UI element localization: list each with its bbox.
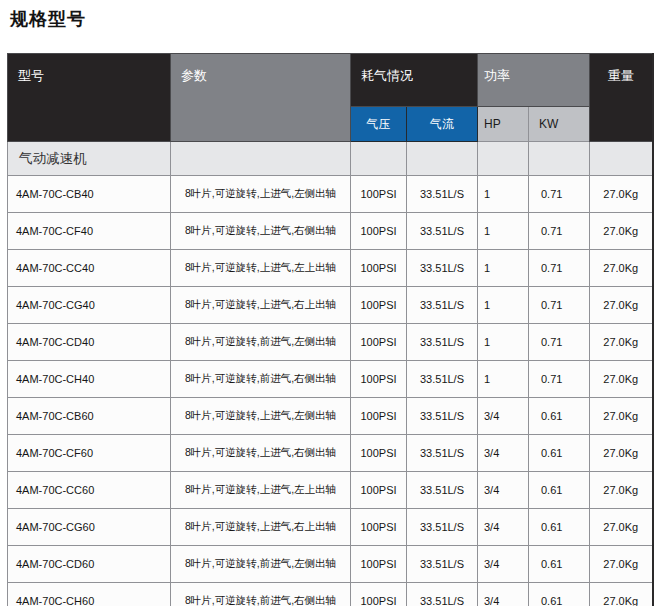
table-row: 4AM-70C-CB608叶片,可逆旋转,上进气,左侧出轴100PSI33.51…	[8, 398, 653, 435]
table-row: 4AM-70C-CB408叶片,可逆旋转,上进气,左侧出轴100PSI33.51…	[8, 176, 653, 213]
table-row: 4AM-70C-CG608叶片,可逆旋转,上进气,右上出轴100PSI33.51…	[8, 509, 653, 546]
params-cell: 8叶片,可逆旋转,前进气,右侧出轴	[171, 361, 351, 398]
params-cell: 8叶片,可逆旋转,前进气,左侧出轴	[171, 546, 351, 583]
weight-cell: 27.0Kg	[590, 287, 653, 324]
weight-cell: 27.0Kg	[590, 435, 653, 472]
category-empty-cell	[171, 142, 351, 176]
table-row: 4AM-70C-CD608叶片,可逆旋转,前进气,左侧出轴100PSI33.51…	[8, 546, 653, 583]
model-cell: 4AM-70C-CH40	[8, 361, 171, 398]
category-empty-cell	[478, 142, 529, 176]
air-pressure-cell: 100PSI	[351, 324, 407, 361]
model-cell: 4AM-70C-CC40	[8, 250, 171, 287]
air-pressure-cell: 100PSI	[351, 546, 407, 583]
kw-cell: 0.71	[529, 324, 590, 361]
category-row: 气动减速机	[8, 142, 653, 176]
hp-cell: 3/4	[478, 509, 529, 546]
header-weight: 重量	[590, 54, 653, 142]
air-pressure-cell: 100PSI	[351, 213, 407, 250]
air-pressure-cell: 100PSI	[351, 250, 407, 287]
category-empty-cell	[529, 142, 590, 176]
kw-cell: 0.61	[529, 435, 590, 472]
model-cell: 4AM-70C-CC60	[8, 472, 171, 509]
table-row: 4AM-70C-CD408叶片,可逆旋转,前进气,左侧出轴100PSI33.51…	[8, 324, 653, 361]
params-cell: 8叶片,可逆旋转,上进气,左上出轴	[171, 250, 351, 287]
params-cell: 8叶片,可逆旋转,上进气,右上出轴	[171, 509, 351, 546]
params-cell: 8叶片,可逆旋转,上进气,左上出轴	[171, 472, 351, 509]
air-flow-cell: 33.51L/S	[407, 435, 478, 472]
kw-cell: 0.61	[529, 509, 590, 546]
table-row: 4AM-70C-CF408叶片,可逆旋转,上进气,右侧出轴100PSI33.51…	[8, 213, 653, 250]
hp-cell: 3/4	[478, 398, 529, 435]
kw-cell: 0.61	[529, 583, 590, 606]
model-cell: 4AM-70C-CD60	[8, 546, 171, 583]
air-flow-cell: 33.51L/S	[407, 250, 478, 287]
params-cell: 8叶片,可逆旋转,上进气,右侧出轴	[171, 213, 351, 250]
model-cell: 4AM-70C-CH60	[8, 583, 171, 606]
air-flow-cell: 33.51L/S	[407, 472, 478, 509]
model-cell: 4AM-70C-CF60	[8, 435, 171, 472]
category-empty-cell	[407, 142, 478, 176]
kw-cell: 0.71	[529, 176, 590, 213]
category-empty-cell	[351, 142, 407, 176]
air-pressure-cell: 100PSI	[351, 435, 407, 472]
table-row: 4AM-70C-CC608叶片,可逆旋转,上进气,左上出轴100PSI33.51…	[8, 472, 653, 509]
params-cell: 8叶片,可逆旋转,前进气,左侧出轴	[171, 324, 351, 361]
air-pressure-cell: 100PSI	[351, 398, 407, 435]
params-cell: 8叶片,可逆旋转,上进气,左侧出轴	[171, 176, 351, 213]
weight-cell: 27.0Kg	[590, 250, 653, 287]
header-hp: HP	[478, 107, 529, 142]
weight-cell: 27.0Kg	[590, 546, 653, 583]
weight-cell: 27.0Kg	[590, 324, 653, 361]
air-flow-cell: 33.51L/S	[407, 546, 478, 583]
table-header: 型号 参数 耗气情况 功率 重量 气压 气流 HP KW	[8, 54, 653, 142]
weight-cell: 27.0Kg	[590, 398, 653, 435]
air-flow-cell: 33.51L/S	[407, 583, 478, 606]
category-label: 气动减速机	[8, 142, 171, 176]
air-pressure-cell: 100PSI	[351, 361, 407, 398]
hp-cell: 1	[478, 361, 529, 398]
air-flow-cell: 33.51L/S	[407, 398, 478, 435]
hp-cell: 3/4	[478, 435, 529, 472]
model-cell: 4AM-70C-CF40	[8, 213, 171, 250]
model-cell: 4AM-70C-CG60	[8, 509, 171, 546]
spec-table: 型号 参数 耗气情况 功率 重量 气压 气流 HP KW 气动减速机	[7, 53, 654, 606]
model-cell: 4AM-70C-CG40	[8, 287, 171, 324]
hp-cell: 1	[478, 176, 529, 213]
air-flow-cell: 33.51L/S	[407, 361, 478, 398]
hp-cell: 1	[478, 287, 529, 324]
air-pressure-cell: 100PSI	[351, 287, 407, 324]
air-flow-cell: 33.51L/S	[407, 509, 478, 546]
kw-cell: 0.71	[529, 250, 590, 287]
hp-cell: 1	[478, 250, 529, 287]
table-row: 4AM-70C-CG408叶片,可逆旋转,上进气,右上出轴100PSI33.51…	[8, 287, 653, 324]
params-cell: 8叶片,可逆旋转,前进气,右侧出轴	[171, 583, 351, 606]
table-row: 4AM-70C-CF608叶片,可逆旋转,上进气,右侧出轴100PSI33.51…	[8, 435, 653, 472]
params-cell: 8叶片,可逆旋转,上进气,右上出轴	[171, 287, 351, 324]
header-air-pressure: 气压	[351, 107, 407, 142]
header-kw: KW	[529, 107, 590, 142]
hp-cell: 1	[478, 213, 529, 250]
header-air-flow: 气流	[407, 107, 478, 142]
weight-cell: 27.0Kg	[590, 176, 653, 213]
weight-cell: 27.0Kg	[590, 583, 653, 606]
header-model: 型号	[8, 54, 171, 142]
air-pressure-cell: 100PSI	[351, 472, 407, 509]
table-row: 4AM-70C-CH408叶片,可逆旋转,前进气,右侧出轴100PSI33.51…	[8, 361, 653, 398]
header-row-1: 型号 参数 耗气情况 功率 重量	[8, 54, 653, 107]
params-cell: 8叶片,可逆旋转,上进气,右侧出轴	[171, 435, 351, 472]
air-pressure-cell: 100PSI	[351, 583, 407, 606]
hp-cell: 3/4	[478, 546, 529, 583]
kw-cell: 0.71	[529, 287, 590, 324]
page-title: 规格型号	[10, 7, 86, 31]
kw-cell: 0.61	[529, 546, 590, 583]
table-body: 气动减速机 4AM-70C-CB408叶片,可逆旋转,上进气,左侧出轴100PS…	[8, 142, 653, 606]
weight-cell: 27.0Kg	[590, 472, 653, 509]
weight-cell: 27.0Kg	[590, 213, 653, 250]
model-cell: 4AM-70C-CD40	[8, 324, 171, 361]
kw-cell: 0.71	[529, 361, 590, 398]
params-cell: 8叶片,可逆旋转,上进气,左侧出轴	[171, 398, 351, 435]
category-empty-cell	[590, 142, 653, 176]
model-cell: 4AM-70C-CB40	[8, 176, 171, 213]
weight-cell: 27.0Kg	[590, 509, 653, 546]
model-cell: 4AM-70C-CB60	[8, 398, 171, 435]
